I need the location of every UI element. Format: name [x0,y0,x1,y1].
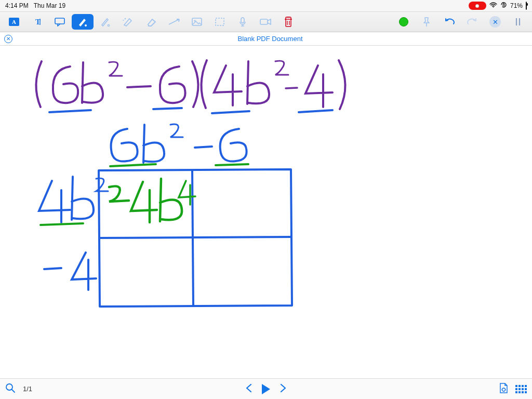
tool-eraser[interactable] [140,14,162,30]
document-titlebar: ✕ Blank PDF Document [0,32,532,46]
svg-rect-14 [216,18,224,25]
page-indicator: 1/1 [23,385,32,393]
status-left: 4:14 PM Thu Mar 19 [5,2,65,9]
tool-pen-thin[interactable] [95,14,116,30]
svg-point-25 [6,384,12,390]
page-nav [245,383,287,395]
close-icon: ✕ [489,16,501,28]
tool-comment[interactable] [49,14,71,30]
redo-button[interactable] [461,14,483,30]
close-document-button[interactable]: ✕ [4,35,12,43]
document-title: Blank PDF Document [238,35,303,43]
wifi-icon [489,2,497,9]
orientation-lock-icon [500,2,507,10]
handwriting-layer [0,46,532,378]
battery-pct: 71% [510,2,523,9]
svg-text:A: A [12,19,16,25]
grid-icon [515,385,527,393]
canvas[interactable] [0,46,532,378]
svg-rect-12 [192,18,202,25]
svg-point-7 [85,24,87,26]
color-indicator[interactable] [393,14,415,30]
svg-rect-1 [503,4,504,6]
tool-pin[interactable] [416,14,437,30]
status-date: Thu Mar 19 [34,2,65,9]
tool-select[interactable] [209,14,231,30]
svg-line-23 [100,237,291,238]
svg-point-0 [493,7,494,8]
svg-point-9 [125,18,126,20]
tool-line[interactable] [163,14,185,30]
tool-type[interactable]: T [26,14,48,30]
svg-line-24 [41,223,83,225]
svg-line-21 [216,164,248,165]
play-button[interactable] [262,384,270,394]
status-right: 71% [469,2,527,10]
toolbar: A T ✕ [0,11,532,32]
svg-line-11 [169,19,179,24]
battery-icon [526,2,527,9]
svg-rect-17 [286,17,291,26]
svg-rect-16 [260,19,268,24]
thumbnails-button[interactable] [515,385,527,393]
svg-rect-15 [241,18,244,23]
tool-mic[interactable] [232,14,254,30]
svg-rect-6 [55,18,64,24]
tool-highlighter[interactable] [117,14,139,30]
svg-point-8 [108,24,109,26]
record-indicator-icon [469,2,486,10]
next-page-button[interactable] [280,383,287,395]
pause-button[interactable] [507,14,529,30]
status-time: 4:14 PM [5,2,29,9]
page-settings-button[interactable] [499,382,508,396]
undo-button[interactable] [438,14,460,30]
close-tool-button[interactable]: ✕ [484,14,506,30]
status-bar: 4:14 PM Thu Mar 19 71% [0,0,532,11]
tool-textbox[interactable]: A [3,14,25,30]
svg-line-26 [12,390,15,392]
prev-page-button[interactable] [245,383,252,395]
search-button[interactable] [5,383,16,395]
svg-point-27 [502,388,506,391]
tool-video[interactable] [255,14,276,30]
green-dot-icon [399,17,408,26]
svg-point-10 [123,20,124,21]
bottom-bar: 1/1 [0,378,532,399]
tool-pen[interactable] [72,14,94,30]
tool-image[interactable] [186,14,208,30]
svg-line-20 [110,164,156,166]
tool-trash[interactable] [277,14,299,30]
